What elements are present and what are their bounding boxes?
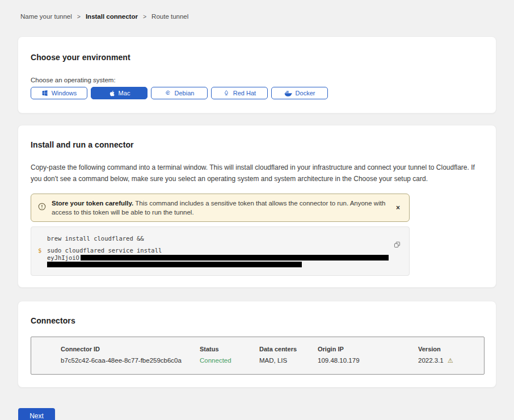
version-value: 2022.3.1 [418, 357, 444, 364]
os-button-label: Red Hat [233, 90, 256, 96]
os-button-windows[interactable]: Windows [31, 87, 87, 99]
cell-status: Connected [200, 357, 259, 364]
docker-icon [284, 90, 292, 96]
environment-card: Choose your environment Choose an operat… [18, 36, 496, 114]
os-button-docker[interactable]: Docker [271, 87, 328, 99]
breadcrumb-step-install-connector[interactable]: Install connector [86, 13, 138, 20]
copy-icon[interactable] [393, 241, 401, 250]
os-button-debian[interactable]: Debian [151, 87, 208, 99]
connectors-card: Connectors Connector ID Status Data cent… [18, 301, 496, 388]
os-button-label: Windows [52, 90, 77, 96]
code-line-2-text: sudo cloudflared service install [47, 247, 162, 254]
code-line-1: brew install cloudflared && [38, 235, 400, 242]
connectors-card-title: Connectors [31, 316, 483, 325]
col-header-origin-ip: Origin IP [318, 346, 418, 352]
debian-icon [165, 90, 171, 96]
code-line-token-2 [38, 262, 400, 267]
col-header-status: Status [200, 346, 259, 352]
col-header-connector-id: Connector ID [61, 346, 200, 352]
os-select-label: Choose an operating system: [31, 77, 483, 83]
os-button-mac[interactable]: Mac [91, 87, 148, 99]
redhat-icon [223, 90, 230, 96]
os-button-label: Debian [175, 90, 195, 96]
breadcrumb-step-route-tunnel[interactable]: Route tunnel [151, 13, 188, 20]
install-card-title: Install and run a connector [31, 140, 483, 149]
os-button-label: Docker [296, 90, 315, 96]
cell-version: 2022.3.1 ⚠ [418, 357, 478, 364]
os-button-label: Mac [119, 90, 130, 96]
alert-circle-icon [38, 203, 46, 213]
shell-prompt: $ [38, 247, 47, 254]
os-button-group: Windows Mac Debian [31, 87, 483, 99]
environment-card-title: Choose your environment [31, 53, 483, 62]
install-card-description: Copy-paste the following command into a … [31, 162, 483, 184]
warning-icon: ⚠ [448, 357, 453, 364]
redacted-token-bar [47, 262, 302, 267]
token-warning-title: Store your token carefully. [52, 200, 133, 207]
install-connector-card: Install and run a connector Copy-paste t… [18, 125, 496, 288]
apple-icon [108, 90, 115, 97]
token-warning-text: Store your token carefully. This command… [52, 199, 388, 217]
breadcrumb: Name your tunnel > Install connector > R… [0, 0, 514, 20]
cell-origin-ip: 109.48.10.179 [318, 357, 418, 364]
token-prefix: eyJhIjoiO [47, 254, 79, 261]
cell-data-centers: MAD, LIS [259, 357, 318, 364]
code-line-token: eyJhIjoiO [38, 254, 400, 261]
cell-connector-id: b7c52c42-6caa-48ee-8c77-fbe259cb6c0a [61, 357, 200, 364]
connectors-table: Connector ID Status Data centers Origin … [31, 337, 484, 375]
col-header-data-centers: Data centers [259, 346, 318, 352]
next-button[interactable]: Next [18, 408, 55, 420]
breadcrumb-separator: > [77, 13, 81, 20]
install-command-code-block: brew install cloudflared && $ sudo cloud… [31, 226, 410, 276]
code-line-2: $ sudo cloudflared service install [38, 247, 400, 254]
os-button-redhat[interactable]: Red Hat [211, 87, 268, 99]
windows-icon [41, 90, 48, 96]
code-line-1-text: brew install cloudflared && [47, 235, 144, 242]
breadcrumb-separator: > [143, 13, 146, 20]
close-icon[interactable]: × [394, 203, 402, 212]
breadcrumb-step-name-tunnel[interactable]: Name your tunnel [20, 13, 72, 20]
token-warning-banner: Store your token carefully. This command… [31, 194, 410, 222]
redacted-token-bar [81, 255, 389, 261]
col-header-version: Version [418, 346, 478, 352]
